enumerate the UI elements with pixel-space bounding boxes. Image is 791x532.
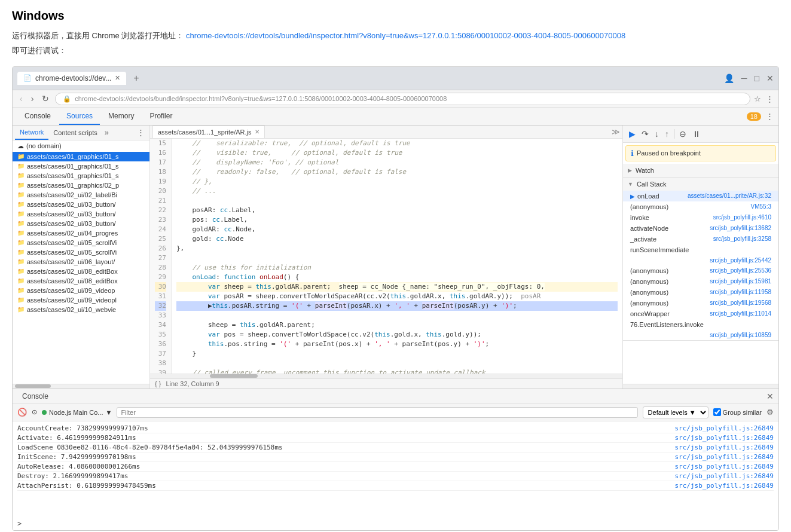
call-stack-item-2[interactable]: invoke src/jsb_polyfill.js:4610 [623, 212, 778, 223]
console-log-line-2: InitScene: 7.942999999970198ms src/jsb_p… [17, 452, 774, 462]
pretty-print-icon[interactable]: { } [155, 380, 161, 387]
file-tree-item-15[interactable]: 📁 assets/cases/02_ui/09_videopl [13, 295, 149, 305]
folder-icon-11: 📁 [17, 258, 25, 265]
resume-button[interactable]: ▶ [628, 128, 637, 140]
call-stack-item-11[interactable]: onceWrapper src/jsb_polyfill.js:11014 [623, 308, 778, 319]
console-log-link-3[interactable]: src/jsb_polyfill.js:26849 [674, 463, 774, 470]
call-stack-item-4[interactable]: _activate src/jsb_polyfill.js:3258 [623, 234, 778, 244]
call-stack-item-0[interactable]: ▶onLoad assets/cases/01...prite/AR.js:32 [623, 191, 778, 201]
menu-icon[interactable]: ⋮ [766, 94, 774, 103]
tab-console[interactable]: Console [17, 108, 58, 125]
folder-icon-9: 📁 [17, 239, 25, 246]
pause-on-exceptions-button[interactable]: ⏸ [691, 128, 702, 140]
console-log-link-0[interactable]: src/jsb_polyfill.js:26849 [674, 434, 774, 442]
call-stack-item-13[interactable]: src/jsb_polyfill.js:10859 [623, 330, 778, 340]
file-tree-item-10[interactable]: 📁 assets/cases/02_ui/05_scrollVi [13, 247, 149, 257]
call-stack-item-10[interactable]: (anonymous) src/jsb_polyfill.js:19568 [623, 298, 778, 308]
console-log-link-5[interactable]: src/jsb_polyfill.js:26849 [674, 482, 774, 490]
call-stack-item-3[interactable]: activateNode src/jsb_polyfill.js:13682 [623, 223, 778, 234]
devtools-link[interactable]: chrome-devtools://devtools/bundled/inspe… [186, 31, 625, 40]
tab-close-button[interactable]: ✕ [115, 74, 120, 82]
file-tree-item-14[interactable]: 📁 assets/cases/02_ui/09_videop [13, 286, 149, 295]
call-stack-item-9[interactable]: (anonymous) src/jsb_polyfill.js:11958 [623, 287, 778, 298]
console-input[interactable] [25, 519, 774, 528]
code-line-27 [176, 253, 618, 263]
new-tab-button[interactable]: + [129, 71, 143, 86]
file-tree-item-7[interactable]: 📁 assets/cases/02_ui/03_button/ [13, 219, 149, 228]
code-hscrollbar[interactable] [150, 374, 622, 378]
reload-button[interactable]: ↻ [39, 93, 51, 105]
call-stack-item-7[interactable]: (anonymous) src/jsb_polyfill.js:25536 [623, 265, 778, 276]
group-similar-checkbox[interactable] [713, 408, 721, 416]
step-over-button[interactable]: ↷ [640, 128, 650, 140]
file-tree-item-12[interactable]: 📁 assets/cases/02_ui/08_editBox [13, 267, 149, 276]
console-node-selector[interactable]: Node.js Main Co... ▼ [42, 409, 112, 416]
call-stack-name-5: runSceneImmediate [630, 246, 689, 253]
console-log-line-5: AttachPersist: 0.6189999999478459ms src/… [17, 481, 774, 491]
user-icon[interactable]: 👤 [724, 74, 734, 83]
panel-tab-content-scripts[interactable]: Content scripts [48, 126, 102, 139]
step-into-button[interactable]: ↓ [653, 128, 660, 140]
file-panel-scrollbar[interactable] [13, 384, 149, 389]
tab-memory[interactable]: Memory [101, 108, 141, 125]
console-settings-icon[interactable]: ⚙ [766, 408, 774, 417]
file-tree-item-16[interactable]: 📁 assets/cases/02_ui/10_webvie [13, 305, 149, 314]
browser-tab[interactable]: 📄 chrome-devtools://dev... ✕ [17, 72, 126, 85]
console-log-link-prev[interactable]: src/jsb_polyfill.js:26849 [674, 424, 774, 432]
file-tree-item-8[interactable]: 📁 assets/cases/02_ui/04_progres [13, 228, 149, 238]
forward-button[interactable]: › [29, 93, 36, 105]
code-panel-menu[interactable]: ≫ [612, 127, 620, 136]
deactivate-breakpoints-button[interactable]: ⊖ [678, 128, 688, 140]
call-stack-item-6[interactable]: src/jsb_polyfill.js:25442 [623, 255, 778, 265]
call-stack-loc-2: src/jsb_polyfill.js:4610 [713, 214, 771, 221]
tab-sources[interactable]: Sources [59, 108, 100, 125]
console-log-link-1[interactable]: src/jsb_polyfill.js:26849 [674, 444, 774, 451]
call-stack-loc-11: src/jsb_polyfill.js:11014 [710, 310, 771, 317]
console-filter-input[interactable] [117, 407, 637, 418]
file-tree-item-0[interactable]: 📁 assets/cases/01_graphics/01_s [13, 152, 149, 161]
intro-text-2: 即可进行调试： [12, 45, 779, 57]
maximize-button[interactable]: □ [755, 74, 759, 83]
file-tree-item-5[interactable]: 📁 assets/cases/02_ui/03_button/ [13, 200, 149, 209]
file-tree-item-3[interactable]: 📁 assets/cases/01_graphics/02_p [13, 181, 149, 190]
code-tab-close[interactable]: ✕ [255, 129, 259, 135]
file-tree-item-4[interactable]: 📁 assets/cases/02_ui/02_label/Bi [13, 190, 149, 200]
panel-tab-network[interactable]: Network [15, 126, 48, 140]
call-stack-item-1[interactable]: (anonymous) VM55:3 [623, 201, 778, 212]
code-line-23: pos: cc.Label, [176, 215, 618, 225]
code-line-33 [176, 311, 618, 320]
group-similar-text: Group similar [723, 409, 762, 416]
code-tab-ar[interactable]: assets/cases/01...1_sprite/AR.js ✕ [152, 126, 265, 138]
watch-section-header[interactable]: ▶ Watch [623, 164, 778, 177]
address-input[interactable]: 🔒 chrome-devtools://devtools/bundled/ins… [55, 93, 750, 105]
bookmark-icon[interactable]: ☆ [754, 94, 761, 103]
file-tree-item-11[interactable]: 📁 assets/cases/02_ui/06_layout/ [13, 257, 149, 267]
step-out-button[interactable]: ↑ [664, 128, 670, 140]
code-editor[interactable]: 1516171819 2021222324 2526272829 30 31 3… [150, 139, 622, 374]
call-stack-item-12[interactable]: 76.EventListeners.invoke [623, 319, 778, 330]
devtools-menu-icon[interactable]: ⋮ [766, 112, 774, 121]
panel-tab-more[interactable]: » [102, 126, 111, 139]
close-button[interactable]: ✕ [766, 74, 774, 83]
call-stack-item-8[interactable]: (anonymous) src/jsb_polyfill.js:15981 [623, 276, 778, 287]
console-level-select[interactable]: Default levels ▼ [643, 406, 708, 418]
file-tree-item-1[interactable]: 📁 assets/cases/01_graphics/01_s [13, 161, 149, 171]
console-close-button[interactable]: ✕ [766, 392, 774, 401]
file-tree-item-6[interactable]: 📁 assets/cases/02_ui/03_button/ [13, 209, 149, 219]
console-clear-button[interactable]: 🚫 [17, 408, 27, 417]
back-button[interactable]: ‹ [17, 93, 25, 105]
panel-menu-button[interactable]: ⋮ [135, 126, 147, 139]
console-log-line-4: Destroy: 2.166999999899417ms src/jsb_pol… [17, 472, 774, 481]
call-stack-header[interactable]: ▼ Call Stack [623, 178, 778, 191]
code-line-16: // visible: true, // optional, default i… [176, 148, 618, 158]
file-tree-item-2[interactable]: 📁 assets/cases/01_graphics/01_s [13, 171, 149, 181]
debug-scrollbar[interactable] [623, 384, 778, 389]
console-log-link-2[interactable]: src/jsb_polyfill.js:26849 [674, 453, 774, 461]
tab-profiler[interactable]: Profiler [142, 108, 179, 125]
minimize-button[interactable]: ─ [741, 74, 747, 83]
console-log-link-4[interactable]: src/jsb_polyfill.js:26849 [674, 472, 774, 480]
file-tree-item-9[interactable]: 📁 assets/cases/02_ui/05_scrollVi [13, 238, 149, 247]
call-stack-item-5[interactable]: runSceneImmediate [623, 244, 778, 255]
file-tree-item-13[interactable]: 📁 assets/cases/02_ui/08_editBox [13, 276, 149, 286]
code-line-31: var posAR = sheep.convertToWorldSpaceAR(… [176, 292, 618, 301]
